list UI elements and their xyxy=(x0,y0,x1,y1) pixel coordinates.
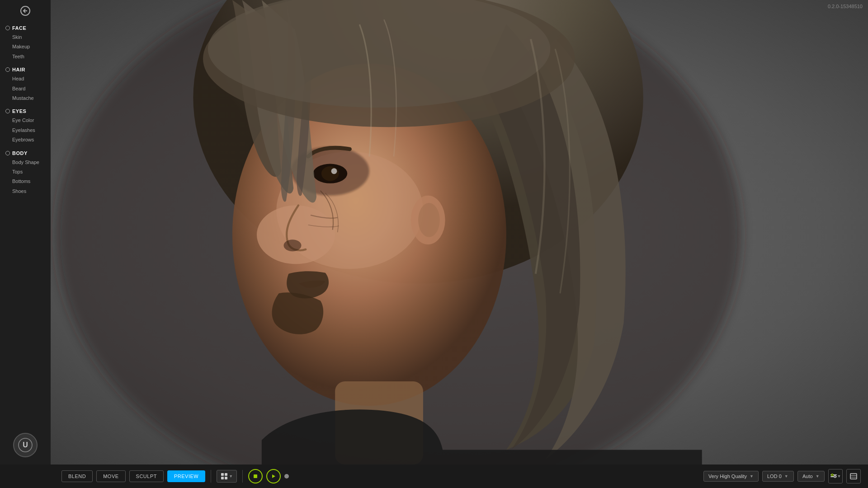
viewport[interactable]: 0.2.0-15348510 xyxy=(51,0,868,465)
auto-label: Auto xyxy=(802,474,813,479)
sidebar: FACE Skin Makeup Teeth HAIR Head Beard M… xyxy=(0,0,51,465)
face-section-title: FACE xyxy=(12,25,26,31)
body-section-icon xyxy=(5,151,10,155)
lod-label: LOD 0 xyxy=(767,474,782,479)
lod-arrow: ▼ xyxy=(784,474,788,479)
svg-rect-30 xyxy=(850,474,857,479)
eyes-section-title: EYES xyxy=(12,108,26,114)
grid-view-button[interactable]: ▼ xyxy=(217,470,237,483)
back-button[interactable] xyxy=(0,0,51,22)
sidebar-section-hair: HAIR Head Beard Mustache xyxy=(0,63,51,105)
sidebar-item-eye-color[interactable]: Eye Color xyxy=(5,116,45,125)
stop-button[interactable] xyxy=(248,469,263,483)
sidebar-item-mustache[interactable]: Mustache xyxy=(5,94,45,103)
svg-rect-21 xyxy=(225,473,227,476)
sidebar-item-bottoms[interactable]: Bottoms xyxy=(5,177,45,186)
layout-button[interactable] xyxy=(846,469,861,483)
lod-dropdown[interactable]: LOD 0 ▼ xyxy=(762,471,794,482)
sidebar-item-beard[interactable]: Beard xyxy=(5,84,45,94)
blend-button[interactable]: BLEND xyxy=(61,470,93,482)
eyes-section-icon xyxy=(5,109,10,113)
play-button[interactable] xyxy=(266,469,281,483)
svg-rect-20 xyxy=(221,473,224,476)
sidebar-item-head[interactable]: Head xyxy=(5,74,45,84)
sidebar-item-tops[interactable]: Tops xyxy=(5,167,45,177)
quality-arrow: ▼ xyxy=(750,474,754,479)
settings-tool-button[interactable]: ▼ xyxy=(828,469,843,483)
svg-point-28 xyxy=(831,474,833,476)
toolbar-divider-2 xyxy=(242,470,243,483)
svg-marker-25 xyxy=(272,474,275,478)
sculpt-button[interactable]: SCULPT xyxy=(129,470,164,482)
sidebar-section-eyes: EYES Eye Color Eyelashes Eyebrows xyxy=(0,105,51,146)
bottom-toolbar: BLEND MOVE SCULPT PREVIEW ▼ Very High Qu… xyxy=(0,465,868,488)
sidebar-item-teeth[interactable]: Teeth xyxy=(5,52,45,61)
sidebar-item-shoes[interactable]: Shoes xyxy=(5,187,45,196)
svg-rect-23 xyxy=(225,477,227,479)
auto-arrow: ▼ xyxy=(816,474,820,479)
face-section-icon xyxy=(5,26,10,30)
sidebar-item-body-shape[interactable]: Body Shape xyxy=(5,158,45,167)
svg-text:U: U xyxy=(23,441,28,449)
body-section-title: BODY xyxy=(12,150,28,156)
svg-point-12 xyxy=(321,166,339,181)
sidebar-item-eyelashes[interactable]: Eyelashes xyxy=(5,126,45,135)
svg-point-13 xyxy=(331,168,337,174)
record-indicator xyxy=(284,474,289,479)
preview-button[interactable]: PREVIEW xyxy=(167,470,205,482)
grid-view-arrow: ▼ xyxy=(229,474,233,479)
hair-section-icon xyxy=(5,67,10,72)
svg-point-14 xyxy=(284,239,302,251)
quality-label: Very High Quality xyxy=(708,474,747,479)
auto-dropdown[interactable]: Auto ▼ xyxy=(797,471,825,482)
unreal-logo[interactable]: U xyxy=(13,433,38,457)
quality-dropdown[interactable]: Very High Quality ▼ xyxy=(703,471,759,482)
svg-rect-22 xyxy=(221,477,224,479)
svg-point-29 xyxy=(834,476,836,478)
sidebar-section-body: BODY Body Shape Tops Bottoms Shoes xyxy=(0,147,51,198)
settings-tool-arrow: ▼ xyxy=(837,474,841,479)
sidebar-item-eyebrows[interactable]: Eyebrows xyxy=(5,135,45,145)
svg-rect-24 xyxy=(254,474,257,478)
move-button[interactable]: MOVE xyxy=(96,470,125,482)
app-container: FACE Skin Makeup Teeth HAIR Head Beard M… xyxy=(0,0,868,465)
sidebar-item-skin[interactable]: Skin xyxy=(5,33,45,42)
sidebar-section-face: FACE Skin Makeup Teeth xyxy=(0,22,51,63)
svg-point-19 xyxy=(418,203,440,237)
character-render xyxy=(51,0,868,465)
hair-section-title: HAIR xyxy=(12,67,25,72)
toolbar-divider-1 xyxy=(211,470,211,483)
sidebar-item-makeup[interactable]: Makeup xyxy=(5,42,45,52)
version-badge: 0.2.0-15348510 xyxy=(828,4,863,9)
